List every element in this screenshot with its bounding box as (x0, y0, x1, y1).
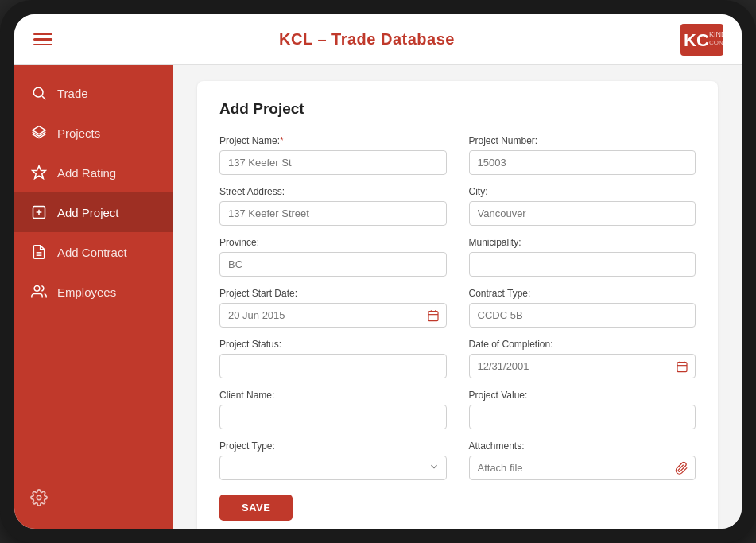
label-city: City: (469, 186, 696, 197)
header: KCL – Trade Database KC KINDRED CONST. (14, 14, 742, 65)
input-project-name[interactable] (219, 150, 447, 175)
svg-rect-19 (677, 362, 687, 371)
svg-point-4 (33, 87, 43, 97)
save-button[interactable]: SAVE (219, 495, 293, 521)
input-attachments[interactable] (469, 456, 696, 480)
form-title: Add Project (219, 100, 696, 118)
attachments-wrapper (469, 456, 696, 480)
hamburger-button[interactable] (30, 30, 56, 49)
svg-text:KINDRED: KINDRED (709, 30, 723, 38)
svg-text:CONST.: CONST. (709, 39, 723, 46)
input-client-name[interactable] (219, 405, 447, 429)
label-municipality: Municipality: (469, 237, 696, 248)
sidebar-item-employees[interactable]: Employees (14, 272, 173, 312)
label-project-value: Project Value: (469, 390, 696, 401)
start-date-wrapper (219, 303, 447, 328)
label-province: Province: (219, 237, 447, 248)
label-project-number: Project Number: (469, 135, 696, 146)
calendar-icon (427, 309, 440, 322)
sidebar: Trade Projects Add Rating (14, 65, 173, 529)
search-icon (30, 84, 48, 102)
field-street-address: Street Address: (219, 186, 447, 226)
svg-text:KC: KC (684, 30, 709, 50)
sidebar-item-add-contract[interactable]: Add Contract (14, 232, 173, 272)
field-start-date: Project Start Date: (219, 288, 447, 328)
sidebar-label-employees: Employees (57, 285, 116, 299)
star-icon (30, 164, 48, 181)
sidebar-bottom (14, 478, 173, 521)
tablet-screen: KCL – Trade Database KC KINDRED CONST. T… (14, 14, 742, 529)
tablet-frame: KCL – Trade Database KC KINDRED CONST. T… (0, 0, 756, 543)
field-municipality: Municipality: (469, 237, 696, 277)
svg-rect-15 (428, 311, 438, 320)
content-area: Add Project Project Name:* Project Numbe… (173, 65, 742, 529)
label-contract-type: Contract Type: (469, 288, 696, 299)
input-city[interactable] (469, 201, 696, 226)
header-title: KCL – Trade Database (279, 30, 455, 48)
layers-icon (30, 124, 48, 142)
field-project-number: Project Number: (469, 135, 696, 175)
label-date-completion: Date of Completion: (469, 339, 696, 350)
field-attachments: Attachments: (469, 440, 696, 480)
users-icon (30, 283, 48, 301)
input-municipality[interactable] (469, 252, 696, 277)
sidebar-label-add-rating: Add Rating (57, 166, 116, 180)
input-project-status[interactable] (219, 354, 447, 378)
form-card: Add Project Project Name:* Project Numbe… (197, 81, 718, 529)
input-start-date[interactable] (219, 303, 447, 328)
label-street-address: Street Address: (219, 186, 447, 197)
input-date-completion[interactable] (469, 354, 696, 378)
svg-point-14 (37, 495, 41, 500)
file-icon (30, 243, 48, 261)
field-project-value: Project Value: (469, 390, 696, 429)
sidebar-label-add-project: Add Project (57, 206, 119, 219)
settings-icon (30, 489, 48, 510)
field-contract-type: Contract Type: (469, 288, 696, 328)
sidebar-label-add-contract: Add Contract (57, 246, 127, 259)
sidebar-label-projects: Projects (57, 126, 100, 140)
field-province: Province: (219, 237, 447, 277)
field-city: City: (469, 186, 696, 226)
svg-line-5 (42, 96, 46, 100)
completion-date-wrapper (469, 354, 696, 378)
input-province[interactable] (219, 252, 447, 277)
label-start-date: Project Start Date: (219, 288, 447, 299)
plus-square-icon (30, 204, 48, 221)
label-project-type: Project Type: (219, 440, 447, 452)
input-project-number[interactable] (469, 150, 696, 175)
input-street-address[interactable] (219, 201, 447, 226)
field-client-name: Client Name: (219, 390, 447, 429)
sidebar-item-add-rating[interactable]: Add Rating (14, 153, 173, 192)
svg-point-13 (34, 286, 40, 292)
sidebar-label-trade: Trade (57, 87, 88, 100)
svg-marker-7 (33, 166, 46, 179)
label-client-name: Client Name: (219, 390, 447, 401)
sidebar-item-add-project[interactable]: Add Project (14, 192, 173, 232)
field-project-type: Project Type: Commercial Residential Ind… (219, 440, 447, 480)
sidebar-item-projects[interactable]: Projects (14, 113, 173, 153)
paperclip-icon (675, 461, 688, 475)
field-project-status: Project Status: (219, 339, 447, 378)
kcl-logo: KC KINDRED CONST. (680, 24, 723, 56)
label-attachments: Attachments: (469, 440, 696, 452)
sidebar-item-trade[interactable]: Trade (14, 73, 173, 113)
project-type-select-wrapper: Commercial Residential Industrial (219, 456, 447, 480)
select-project-type[interactable]: Commercial Residential Industrial (219, 456, 447, 480)
field-date-completion: Date of Completion: (469, 339, 696, 378)
logo-area: KC KINDRED CONST. (678, 22, 726, 57)
form-grid: Project Name:* Project Number: Street Ad… (219, 135, 696, 480)
input-contract-type[interactable] (469, 303, 696, 328)
field-project-name: Project Name:* (219, 135, 447, 175)
input-project-value[interactable] (469, 405, 696, 429)
main-layout: Trade Projects Add Rating (14, 65, 742, 529)
label-project-status: Project Status: (219, 339, 447, 350)
label-project-name: Project Name:* (219, 135, 447, 146)
calendar-icon-2 (676, 360, 688, 373)
